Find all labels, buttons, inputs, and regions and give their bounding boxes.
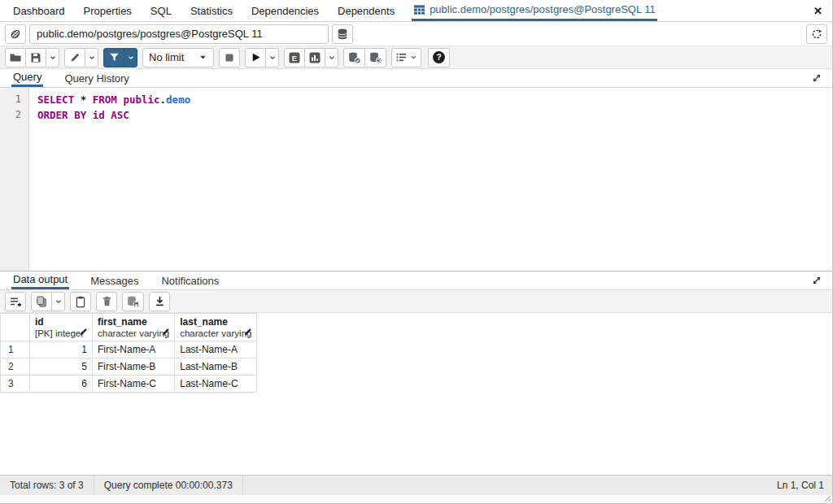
output-panel: Data output Messages Notifications — [0, 271, 832, 475]
execute-options-dropdown[interactable] — [265, 48, 279, 67]
edit-column-icon[interactable] — [79, 327, 89, 337]
active-tab-label: public.demo/postgres/postgres@PostgreSQL… — [430, 3, 656, 15]
svg-text:?: ? — [436, 53, 441, 62]
chevron-down-icon — [55, 298, 63, 306]
edit-options-dropdown[interactable] — [85, 48, 98, 67]
expand-editor-icon[interactable] — [811, 69, 822, 87]
data-cell[interactable]: 6 — [30, 376, 93, 393]
data-cell[interactable]: First-Name-C — [93, 376, 175, 393]
column-header-first_name[interactable]: first_namecharacter varying — [93, 314, 175, 341]
filter-button[interactable] — [103, 48, 124, 67]
code-line[interactable]: SELECT * FROM public.demo — [37, 92, 832, 107]
column-header-id[interactable]: id[PK] integer — [30, 314, 93, 341]
edit-button[interactable] — [64, 48, 85, 67]
filter-options-dropdown[interactable] — [124, 48, 137, 67]
sql-token: public — [123, 93, 159, 106]
code-line[interactable]: ORDER BY id ASC — [37, 107, 832, 123]
tab-dependents[interactable]: Dependents — [336, 0, 396, 21]
macro-button[interactable] — [391, 48, 421, 67]
explain-options-dropdown[interactable] — [325, 48, 338, 67]
data-cell[interactable]: 5 — [30, 358, 93, 376]
connection-bar — [0, 22, 832, 46]
execute-button[interactable] — [245, 48, 266, 67]
pencil-icon — [69, 51, 81, 63]
close-icon[interactable]: ✕ — [813, 0, 822, 21]
help-button[interactable]: ? — [428, 48, 450, 67]
resize-handle-icon[interactable] — [824, 495, 831, 502]
save-icon — [29, 51, 42, 64]
grid-corner-cell[interactable] — [1, 314, 30, 341]
list-icon — [395, 51, 408, 63]
data-cell[interactable]: Last-Name-A — [175, 341, 257, 358]
tab-query-history[interactable]: Query History — [63, 69, 130, 87]
save-data-changes-button[interactable] — [122, 292, 144, 311]
tab-notifications[interactable]: Notifications — [159, 272, 220, 289]
refresh-button[interactable] — [806, 24, 827, 44]
save-file-button[interactable] — [25, 48, 46, 67]
tab-statistics[interactable]: Statistics — [189, 0, 234, 21]
database-icon — [336, 28, 349, 41]
commit-button[interactable] — [343, 48, 365, 67]
table-row: 25First-Name-BLast-Name-B — [1, 358, 257, 376]
download-button[interactable] — [149, 292, 170, 311]
sql-token: ORDER BY id ASC — [37, 109, 129, 121]
save-options-dropdown[interactable] — [46, 48, 59, 67]
delete-row-button[interactable] — [96, 292, 117, 311]
query-complete-status: Query complete 00:00:00.373 — [94, 476, 243, 495]
row-number-cell[interactable]: 1 — [1, 341, 30, 358]
new-connection-button[interactable] — [332, 24, 353, 44]
data-cell[interactable]: 1 — [30, 341, 93, 358]
bottom-strip — [0, 495, 832, 503]
data-cell[interactable]: First-Name-A — [93, 341, 175, 358]
connection-selector[interactable] — [29, 24, 329, 44]
row-number-cell[interactable]: 2 — [1, 358, 30, 376]
chevron-down-icon — [410, 54, 417, 61]
add-row-button[interactable] — [5, 292, 26, 311]
editor-code[interactable]: SELECT * FROM public.demoORDER BY id ASC — [29, 88, 832, 271]
expand-output-icon[interactable] — [811, 272, 822, 289]
tab-sql[interactable]: SQL — [149, 0, 173, 21]
sql-token: . — [160, 93, 167, 106]
explain-analyze-button[interactable] — [304, 48, 325, 67]
tab-query-tool-active[interactable]: public.demo/postgres/postgres@PostgreSQL… — [412, 0, 657, 21]
open-file-button[interactable] — [5, 48, 26, 67]
grid-toolbar — [0, 290, 832, 313]
tab-query[interactable]: Query — [11, 69, 43, 87]
tab-messages[interactable]: Messages — [89, 272, 140, 289]
rollback-button[interactable] — [364, 48, 386, 67]
download-icon — [154, 295, 166, 307]
cursor-position-status: Ln 1, Col 1 — [767, 476, 832, 495]
column-type: character varying — [98, 328, 169, 338]
tab-properties[interactable]: Properties — [82, 0, 133, 21]
filter-icon — [108, 51, 120, 63]
tab-dashboard[interactable]: Dashboard — [11, 0, 67, 21]
data-cell[interactable]: Last-Name-B — [175, 358, 257, 376]
column-name: first_name — [98, 316, 169, 328]
rollback-icon — [369, 51, 382, 64]
tab-data-output[interactable]: Data output — [11, 272, 69, 289]
sql-token: FROM — [93, 93, 117, 106]
paste-button[interactable] — [70, 292, 91, 311]
data-cell[interactable]: Last-Name-C — [175, 376, 257, 393]
data-cell[interactable]: First-Name-B — [93, 358, 175, 376]
trash-icon — [101, 295, 113, 307]
edit-column-icon[interactable] — [243, 327, 253, 337]
help-icon: ? — [432, 50, 446, 64]
cancel-query-button[interactable] — [219, 48, 240, 67]
edit-column-icon[interactable] — [161, 327, 171, 337]
chevron-down-icon — [328, 54, 336, 62]
copy-options-dropdown[interactable] — [51, 292, 65, 311]
row-limit-value: No limit — [149, 51, 184, 63]
row-limit-select[interactable]: No limit — [142, 48, 214, 67]
table-row: 36First-Name-CLast-Name-C — [1, 376, 257, 393]
chevron-down-icon — [268, 54, 277, 62]
sql-editor[interactable]: 12 SELECT * FROM public.demoORDER BY id … — [0, 88, 832, 271]
row-number-cell[interactable]: 3 — [1, 376, 30, 393]
connection-status-button[interactable] — [5, 24, 26, 44]
copy-button[interactable] — [31, 292, 52, 311]
save-data-icon — [126, 295, 140, 308]
column-header-last_name[interactable]: last_namecharacter varying — [175, 314, 257, 341]
results-grid[interactable]: id[PK] integerfirst_namecharacter varyin… — [0, 313, 832, 475]
explain-button[interactable]: E — [284, 48, 305, 67]
tab-dependencies[interactable]: Dependencies — [250, 0, 321, 21]
